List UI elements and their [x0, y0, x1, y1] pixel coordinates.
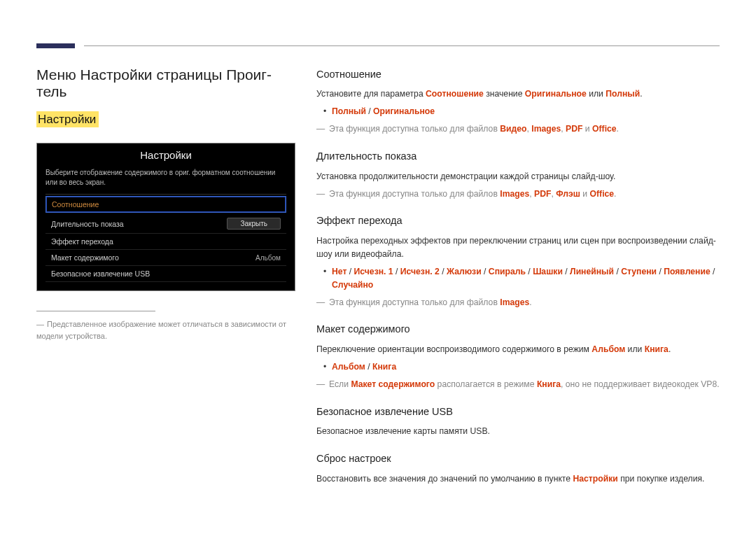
text-duration-desc: Установка продолжительности демонстрации…	[316, 170, 720, 183]
page-content: Меню Настройки страницы Проиг-тель Настр…	[36, 66, 720, 498]
text-usb-desc: Безопасное извлечение карты памяти USB.	[316, 425, 720, 438]
left-column: Меню Настройки страницы Проиг-тель Настр…	[36, 66, 295, 498]
osd-item-ratio[interactable]: Соотношение	[46, 196, 286, 213]
heading-effect: Эффект перехода	[316, 213, 720, 228]
note-layout: Если Макет содержимого располагается в р…	[316, 378, 720, 391]
note-effect: Эта функция доступна только для файлов I…	[316, 296, 720, 309]
osd-item-value: Альбом	[255, 254, 281, 262]
header-rule	[84, 45, 720, 46]
heading-duration: Длительность показа	[316, 148, 720, 164]
osd-menu-list: Соотношение Длительность показа Закрыть …	[46, 194, 286, 282]
osd-item-label: Соотношение	[52, 200, 99, 209]
osd-item-label: Безопасное извлечение USB	[51, 269, 150, 278]
dash-icon: ―	[36, 320, 44, 328]
options-ratio: Полный / Оригинальное	[316, 105, 720, 118]
heading-reset: Сброс настроек	[316, 451, 720, 466]
section-effect: Эффект перехода Настройка переходных эфф…	[316, 213, 720, 309]
options-effect: Нет / Исчезн. 1 / Исчезн. 2 / Жалюзи / С…	[316, 265, 720, 292]
text-effect-desc: Настройка переходных эффектов при перекл…	[316, 234, 720, 261]
section-duration: Длительность показа Установка продолжите…	[316, 148, 720, 200]
osd-item-label: Длительность показа	[51, 220, 124, 228]
heading-usb: Безопасное извлечение USB	[316, 404, 720, 419]
note-duration: Эта функция доступна только для файлов I…	[316, 188, 720, 201]
osd-description: Выберите отображение содержимого в ориг.…	[37, 165, 295, 194]
osd-item-label: Макет содержимого	[51, 253, 119, 262]
options-layout: Альбом / Книга	[316, 360, 720, 374]
section-usb: Безопасное извлечение USB Безопасное изв…	[316, 404, 720, 438]
osd-close-button[interactable]: Закрыть	[227, 218, 281, 230]
right-column: Соотношение Установите для параметра Соо…	[316, 66, 720, 498]
osd-item-duration[interactable]: Длительность показа Закрыть	[46, 214, 286, 234]
text-ratio-desc: Установите для параметра Соотношение зна…	[316, 87, 720, 101]
osd-item-usb[interactable]: Безопасное извлечение USB	[46, 266, 286, 282]
image-disclaimer: ―Представленное изображение может отлича…	[36, 311, 295, 342]
text-layout-desc: Переключение ориентации воспроизводимого…	[316, 343, 720, 356]
heading-layout: Макет содержимого	[316, 321, 720, 337]
osd-item-layout[interactable]: Макет содержимого Альбом	[46, 250, 286, 266]
footnote-text: Представленное изображение может отличат…	[36, 320, 286, 340]
section-ratio: Соотношение Установите для параметра Соо…	[316, 66, 720, 136]
page-title: Меню Настройки страницы Проиг-тель	[36, 66, 295, 100]
osd-title: Настройки	[37, 143, 295, 165]
section-layout: Макет содержимого Переключение ориентаци…	[316, 321, 720, 391]
heading-ratio: Соотношение	[316, 66, 720, 82]
header-accent-bar	[36, 43, 75, 48]
note-ratio: Эта функция доступна только для файлов В…	[316, 122, 720, 136]
section-reset: Сброс настроек Восстановить все значения…	[316, 451, 720, 485]
osd-panel: Настройки Выберите отображение содержимо…	[36, 143, 295, 291]
section-title-highlight: Настройки	[36, 111, 99, 127]
osd-item-effect[interactable]: Эффект перехода	[46, 234, 286, 250]
text-reset-desc: Восстановить все значения до значений по…	[316, 472, 720, 486]
osd-item-label: Эффект перехода	[51, 237, 113, 246]
